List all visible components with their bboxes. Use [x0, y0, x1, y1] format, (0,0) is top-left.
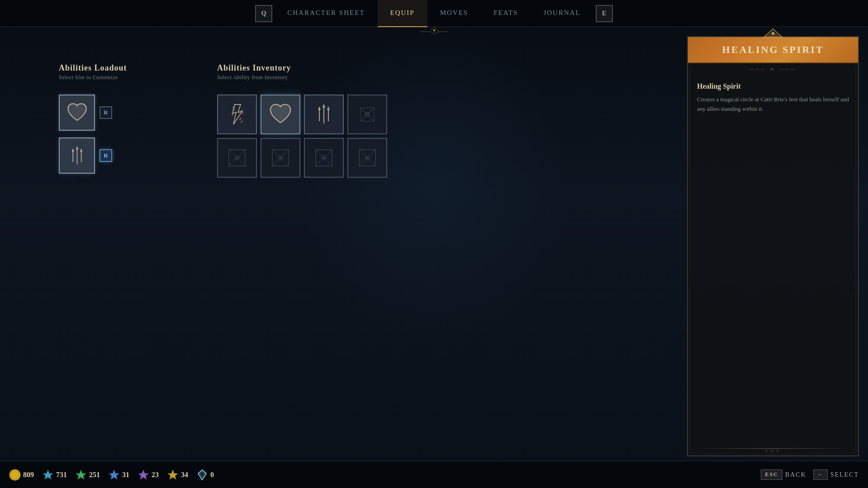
svg-point-35	[323, 157, 325, 159]
detail-bottom-ornament: ≋≋≋	[765, 448, 781, 453]
inventory-slot-5[interactable]	[217, 138, 257, 178]
inventory-slot-3[interactable]	[304, 95, 344, 134]
loadout-slots: R R	[59, 95, 149, 174]
currency-green: 251	[75, 469, 100, 481]
yellow-value: 34	[181, 471, 188, 479]
key-badge-r2: R	[100, 149, 112, 162]
loadout-slot-2[interactable]	[59, 137, 95, 174]
key-badge-r1: R	[100, 106, 112, 119]
empty-slot-icon-8	[354, 144, 381, 171]
svg-point-25	[236, 157, 238, 159]
blue1-icon	[42, 469, 54, 481]
nav-ornament	[421, 25, 448, 35]
inventory-slot-7[interactable]	[304, 138, 344, 178]
nav-key-e[interactable]: E	[596, 5, 613, 22]
loadout-panel: Abilities Loadout Select Slot to Customi…	[59, 63, 149, 174]
bottom-actions: ESC BACK ← SELECT	[761, 469, 859, 480]
inventory-slot-8[interactable]	[347, 138, 387, 178]
top-nav: Q CHARACTER SHEET EQUIP MOVES FEATS JOUR…	[0, 0, 868, 27]
esc-key: ESC	[761, 469, 782, 480]
currency-purple: 23	[138, 469, 159, 481]
detail-title: Healing Spirit	[697, 44, 849, 56]
nav-key-q[interactable]: Q	[255, 5, 272, 22]
currency-group: 809 731 251 31	[9, 469, 214, 481]
blue2-icon	[108, 469, 120, 481]
svg-point-30	[280, 157, 281, 159]
inventory-arrows-icon	[310, 101, 337, 128]
detail-description: Creates a magical circle at Catti-Brie's…	[697, 95, 849, 114]
svg-point-2	[433, 29, 435, 31]
currency-blue2: 31	[108, 469, 129, 481]
action-select: ← SELECT	[813, 469, 859, 480]
green-icon	[75, 469, 87, 481]
heart-icon	[65, 100, 90, 125]
enter-key: ←	[813, 469, 828, 480]
detail-top-ornament	[755, 28, 791, 39]
select-label: SELECT	[830, 471, 859, 479]
detail-header: Healing Spirit	[688, 37, 858, 63]
diamond-icon	[196, 469, 208, 481]
inventory-panel: Abilities Inventory Select Ability from …	[217, 63, 407, 178]
detail-ability-name: Healing Spirit	[697, 82, 849, 90]
svg-point-40	[366, 157, 368, 159]
bottom-bar: 809 731 251 31	[0, 461, 868, 488]
empty-slot-icon-4	[354, 101, 381, 128]
svg-line-10	[242, 112, 243, 114]
inventory-slot-2[interactable]	[261, 95, 300, 134]
main-content: Abilities Loadout Select Slot to Customi…	[0, 27, 868, 461]
inventory-grid	[217, 95, 407, 178]
back-label: BACK	[785, 471, 806, 479]
inventory-title: Abilities Inventory	[217, 63, 407, 73]
action-back: ESC BACK	[761, 469, 806, 480]
tab-character-sheet[interactable]: CHARACTER SHEET	[275, 0, 377, 27]
inventory-subtitle: Select Ability from Inventory	[217, 74, 407, 81]
svg-marker-7	[76, 146, 78, 149]
loadout-slot-1[interactable]	[59, 95, 95, 131]
svg-point-43	[772, 32, 774, 35]
detail-divider: ─── ❧ ───	[688, 63, 858, 76]
arrows-icon	[65, 143, 90, 168]
purple-value: 23	[152, 471, 159, 479]
detail-panel: Healing Spirit ─── ❧ ─── Healing Spirit …	[687, 36, 859, 456]
currency-yellow: 34	[167, 469, 188, 481]
gold-icon	[9, 469, 21, 481]
lightning-rune-icon	[223, 101, 251, 128]
empty-slot-icon-7	[310, 144, 337, 171]
svg-marker-6	[71, 148, 74, 152]
svg-marker-14	[318, 106, 321, 110]
inventory-slot-6[interactable]	[261, 138, 300, 178]
inventory-slot-1[interactable]	[217, 95, 257, 134]
currency-gold: 809	[9, 469, 34, 481]
loadout-title: Abilities Loadout	[59, 63, 149, 73]
svg-marker-8	[80, 148, 82, 152]
gold-value: 809	[23, 471, 34, 479]
loadout-row-2: R	[59, 137, 149, 174]
currency-diamond: 0	[196, 469, 214, 481]
tab-equip[interactable]: EQUIP	[378, 0, 427, 27]
tab-feats[interactable]: FEATS	[481, 0, 531, 27]
loadout-row-1: R	[59, 95, 149, 131]
inventory-heart-icon	[267, 101, 294, 128]
empty-slot-icon-5	[223, 144, 251, 171]
svg-marker-16	[327, 106, 330, 110]
purple-icon	[138, 469, 149, 481]
green-value: 251	[89, 471, 100, 479]
detail-body: Healing Spirit Creates a magical circle …	[688, 76, 858, 121]
svg-line-9	[232, 114, 233, 115]
empty-slot-icon-6	[267, 144, 294, 171]
inventory-slot-4[interactable]	[347, 95, 387, 134]
diamond-value: 0	[210, 471, 214, 479]
svg-marker-15	[323, 104, 325, 108]
tab-moves[interactable]: MOVES	[427, 0, 481, 27]
currency-blue1: 731	[42, 469, 67, 481]
loadout-subtitle: Select Slot to Customize	[59, 74, 149, 81]
yellow-icon	[167, 469, 179, 481]
blue1-value: 731	[56, 471, 67, 479]
svg-point-45	[11, 471, 19, 479]
blue2-value: 31	[122, 471, 129, 479]
tab-journal[interactable]: JOURNAL	[531, 0, 593, 27]
